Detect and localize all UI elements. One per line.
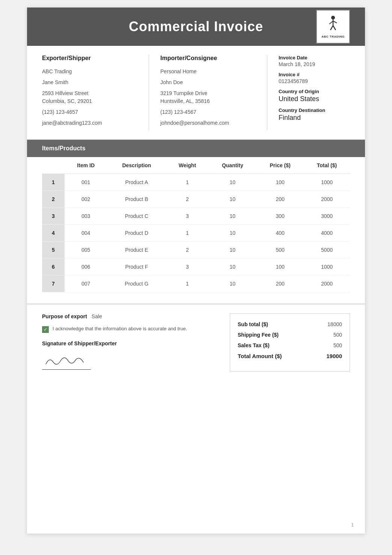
- cell-item-id: 006: [65, 259, 107, 275]
- importer-address: 3219 Turnpike Drive Huntsville, AL, 3581…: [160, 89, 256, 105]
- country-destination-label: Country Destination: [279, 107, 350, 113]
- footer-left: Purpose of export Sale ✓ I acknowledge t…: [42, 313, 219, 372]
- cell-description: Product G: [107, 275, 166, 292]
- items-header-text: Items/Products: [42, 145, 86, 151]
- logo-icon: [326, 15, 341, 32]
- cell-quantity: 10: [208, 242, 256, 259]
- cell-quantity: 10: [208, 275, 256, 292]
- invoice-number-value: 0123456789: [279, 78, 350, 84]
- table-row: 4 004 Product D 1 10 400 4000: [42, 225, 350, 242]
- exporter-address: 2593 Hillview Street Columbia, SC, 29201: [42, 89, 137, 105]
- cell-quantity: 10: [208, 208, 256, 225]
- cell-weight: 3: [166, 259, 208, 275]
- row-number: 7: [42, 275, 65, 292]
- cell-total: 2000: [304, 275, 350, 292]
- cell-description: Product E: [107, 242, 166, 259]
- totals-box: Sub total ($) 18000 Shipping Fee ($) 500…: [230, 313, 350, 372]
- purpose-label: Purpose of export: [42, 313, 87, 319]
- cell-description: Product A: [107, 174, 166, 191]
- subtotal-value: 18000: [327, 321, 342, 327]
- table-row: 5 005 Product E 2 10 500 5000: [42, 242, 350, 259]
- checkmark-icon: ✓: [44, 327, 47, 332]
- logo-text: ABC TRADING: [321, 35, 345, 38]
- total-value: 19000: [326, 353, 342, 359]
- country-destination-value: Finland: [279, 114, 350, 122]
- cell-item-id: 007: [65, 275, 107, 292]
- footer-section: Purpose of export Sale ✓ I acknowledge t…: [27, 304, 365, 381]
- invoice-date-label: Invoice Date: [279, 55, 350, 60]
- shipping-row: Shipping Fee ($) 500: [238, 332, 342, 338]
- cell-weight: 1: [166, 225, 208, 242]
- table-row: 1 001 Product A 1 10 100 1000: [42, 174, 350, 191]
- svg-line-4: [330, 26, 333, 30]
- acknowledge-line: ✓ I acknowledge that the information abo…: [42, 325, 219, 333]
- svg-point-0: [331, 16, 335, 20]
- cell-total: 4000: [304, 225, 350, 242]
- col-header-price: Price ($): [256, 157, 304, 174]
- signature-area: [42, 351, 91, 370]
- svg-line-3: [333, 21, 337, 23]
- items-table-wrapper: Item ID Description Weight Quantity Pric…: [27, 157, 365, 300]
- cell-total: 1000: [304, 259, 350, 275]
- cell-quantity: 10: [208, 259, 256, 275]
- cell-price: 500: [256, 242, 304, 259]
- cell-description: Product D: [107, 225, 166, 242]
- row-number: 6: [42, 259, 65, 275]
- cell-item-id: 004: [65, 225, 107, 242]
- invoice-date-value: March 18, 2019: [279, 61, 350, 67]
- table-row: 2 002 Product B 2 10 200 2000: [42, 191, 350, 208]
- cell-quantity: 10: [208, 191, 256, 208]
- info-section: Exporter/Shipper ABC Trading Jane Smith …: [27, 46, 365, 140]
- cell-item-id: 003: [65, 208, 107, 225]
- table-row: 7 007 Product G 1 10 200 2000: [42, 275, 350, 292]
- importer-address-line1: 3219 Turnpike Drive: [160, 90, 207, 96]
- acknowledge-text: I acknowledge that the information above…: [53, 325, 187, 332]
- signature-svg: [42, 353, 87, 368]
- cell-total: 5000: [304, 242, 350, 259]
- table-row: 3 003 Product C 3 10 300 3000: [42, 208, 350, 225]
- importer-name: John Doe: [160, 79, 256, 86]
- cell-weight: 1: [166, 275, 208, 292]
- cell-description: Product B: [107, 191, 166, 208]
- cell-weight: 2: [166, 191, 208, 208]
- importer-company: Personal Home: [160, 68, 256, 76]
- cell-quantity: 10: [208, 174, 256, 191]
- cell-price: 100: [256, 259, 304, 275]
- shipping-value: 500: [333, 332, 342, 338]
- cell-total: 2000: [304, 191, 350, 208]
- exporter-phone: (123) 123-4657: [42, 108, 137, 116]
- cell-weight: 3: [166, 208, 208, 225]
- company-logo: ABC TRADING: [316, 10, 350, 44]
- exporter-name: Jane Smith: [42, 79, 137, 86]
- col-header-quantity: Quantity: [208, 157, 256, 174]
- table-row: 6 006 Product F 3 10 100 1000: [42, 259, 350, 275]
- col-header-num: [42, 157, 65, 174]
- cell-total: 1000: [304, 174, 350, 191]
- country-origin-label: Country of Origin: [279, 89, 350, 94]
- importer-label: Importer/Consignee: [160, 55, 256, 62]
- exporter-section: Exporter/Shipper ABC Trading Jane Smith …: [42, 55, 149, 130]
- cell-price: 400: [256, 225, 304, 242]
- purpose-line: Purpose of export Sale: [42, 313, 219, 319]
- tax-label: Sales Tax ($): [238, 342, 270, 348]
- page-title: Commercial Invoice: [129, 19, 263, 35]
- exporter-label: Exporter/Shipper: [42, 55, 137, 62]
- tax-row: Sales Tax ($) 500: [238, 342, 342, 348]
- cell-description: Product F: [107, 259, 166, 275]
- cell-item-id: 002: [65, 191, 107, 208]
- tax-value: 500: [333, 342, 342, 348]
- cell-price: 200: [256, 191, 304, 208]
- importer-email: johndoe@personalhome.com: [160, 119, 256, 127]
- svg-line-2: [329, 21, 333, 24]
- acknowledge-checkbox[interactable]: ✓: [42, 326, 49, 333]
- col-header-weight: Weight: [166, 157, 208, 174]
- page-number: 1: [351, 522, 354, 528]
- cell-total: 3000: [304, 208, 350, 225]
- logo-figure: [326, 15, 341, 33]
- importer-section: Importer/Consignee Personal Home John Do…: [149, 55, 267, 130]
- importer-address-line2: Huntsville, AL, 35816: [160, 98, 210, 104]
- importer-phone: (123) 123-4567: [160, 108, 256, 116]
- subtotal-row: Sub total ($) 18000: [238, 321, 342, 327]
- row-number: 4: [42, 225, 65, 242]
- cell-price: 300: [256, 208, 304, 225]
